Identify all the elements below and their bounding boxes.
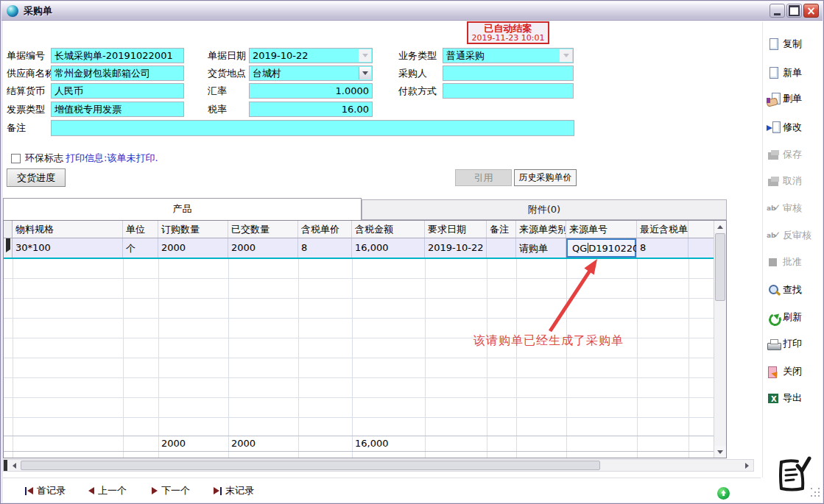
column-header-remark[interactable]: 备注 (487, 221, 516, 238)
cell-spec[interactable]: 30*100 (13, 238, 123, 258)
next-record-label: 下一个 (161, 484, 190, 497)
scroll-right-icon[interactable] (741, 460, 753, 471)
horizontal-scrollbar[interactable] (3, 459, 754, 472)
column-header-source-no[interactable]: 来源单号 (566, 221, 637, 238)
cell-amount[interactable]: 16,000 (352, 238, 425, 258)
currency-label: 结算货币 (7, 83, 45, 99)
print-icon (767, 337, 781, 351)
cell-delivered[interactable]: 2000 (228, 238, 298, 258)
last-record-button[interactable]: 末记录 (214, 484, 254, 497)
close-button[interactable] (803, 4, 819, 18)
horizontal-scrollbar-thumb[interactable] (21, 461, 600, 470)
first-record-button[interactable]: 首记录 (25, 484, 66, 497)
refresh-icon (767, 310, 781, 324)
next-record-button[interactable]: 下一个 (152, 484, 190, 497)
scroll-down-icon[interactable] (714, 446, 726, 458)
column-header-delivered[interactable]: 已交数量 (228, 221, 298, 238)
purchaser-input[interactable] (443, 65, 574, 81)
sidebar-button-audit[interactable]: 审核 (767, 199, 824, 217)
sidebar-button-search[interactable]: 查找 (767, 281, 824, 299)
column-header-date[interactable]: 要求日期 (425, 221, 487, 238)
cell-latest-price[interactable]: 8 (637, 238, 689, 258)
column-header-source-type[interactable]: 来源单类别 (516, 221, 566, 238)
new-doc-icon (767, 66, 781, 80)
sidebar-button-print[interactable]: 打印 (767, 335, 824, 352)
vertical-scrollbar-thumb[interactable] (715, 233, 725, 301)
sidebar-button-refresh[interactable]: 刷新 (767, 308, 824, 326)
tax-rate-input[interactable]: 16.00 (249, 102, 373, 117)
supplier-input[interactable]: 常州金财包装邮箱公司 (51, 65, 184, 81)
maximize-button[interactable] (786, 4, 802, 18)
row-selector-cell[interactable] (4, 238, 13, 258)
payment-method-input[interactable] (443, 83, 574, 99)
sidebar-button-label: 保存 (783, 148, 802, 161)
cell-remark[interactable] (487, 238, 516, 258)
cell-price[interactable]: 8 (298, 238, 352, 258)
eco-flag-checkbox[interactable] (11, 154, 21, 163)
annotation-text: 该请购单已经生成了采购单 (473, 333, 624, 349)
row-selector-header (4, 221, 13, 238)
sidebar-button-new[interactable]: 新单 (767, 64, 824, 82)
close-form-icon (767, 365, 781, 379)
history-price-button[interactable]: 历史采购单价 (514, 169, 577, 186)
doc-no-input[interactable]: 长城采购单-20191022001 (51, 48, 184, 63)
sidebar-button-approve[interactable]: 批准 (767, 253, 824, 271)
biz-type-value: 普通采购 (446, 50, 485, 61)
sidebar-button-unaudit[interactable]: 反审核 (767, 227, 824, 244)
table-row[interactable]: 30*100 个 2000 2000 8 16,000 2019-10-22 请… (4, 238, 714, 259)
previous-record-button[interactable]: 上一个 (88, 484, 127, 497)
scroll-left-icon[interactable] (8, 460, 20, 471)
sidebar-button-close[interactable]: 关闭 (767, 363, 824, 380)
scroll-up-icon[interactable] (714, 221, 726, 233)
vertical-scrollbar[interactable] (714, 221, 726, 458)
source-no-text-right: D191022001 (588, 243, 637, 254)
delivery-place-combobox[interactable]: 台城村 (249, 65, 373, 81)
purchaser-label: 采购人 (398, 65, 427, 81)
column-header-latest-price[interactable]: 最近含税单价 (637, 221, 689, 238)
print-info-text: 打印信息:该单未打印. (66, 152, 158, 165)
cell-date[interactable]: 2019-10-22 (425, 238, 487, 258)
sidebar-separator (762, 21, 763, 478)
invoice-type-input[interactable]: 增值税专用发票 (51, 102, 184, 117)
column-header-price[interactable]: 含税单价 (298, 221, 352, 238)
cell-qty[interactable]: 2000 (158, 238, 228, 258)
delivery-place-value: 台城村 (253, 68, 281, 79)
first-record-icon (25, 487, 33, 495)
reference-button[interactable]: 引用 (455, 169, 512, 186)
resize-grip[interactable] (811, 488, 821, 498)
sidebar-button-cancel[interactable]: 取消 (767, 172, 824, 190)
sidebar-button-export[interactable]: 导出 (767, 389, 824, 407)
app-orb-icon (7, 5, 18, 17)
minimize-button[interactable] (770, 4, 785, 18)
tab-product[interactable]: 产品 (3, 198, 362, 220)
sidebar-button-modify[interactable]: 修改 (767, 118, 824, 136)
previous-record-icon (88, 487, 94, 494)
delivery-progress-button[interactable]: 交货进度 (7, 168, 66, 187)
sidebar-button-label: 刷新 (783, 310, 802, 324)
exchange-rate-input[interactable]: 1.0000 (249, 83, 373, 99)
splitter-handle[interactable] (4, 460, 7, 471)
column-header-unit[interactable]: 单位 (123, 221, 158, 238)
doc-date-combobox[interactable]: 2019-10-22 (249, 48, 373, 63)
currency-input[interactable]: 人民币 (51, 83, 184, 99)
cell-unit[interactable]: 个 (123, 238, 158, 258)
cell-source-no-selected[interactable]: QGD191022001 (566, 238, 637, 258)
sidebar-button-delete[interactable]: 删单 (767, 90, 824, 107)
sidebar-button-save[interactable]: 保存 (767, 146, 824, 163)
column-header-amount[interactable]: 含税金额 (352, 221, 425, 238)
column-header-qty[interactable]: 订购数量 (158, 221, 228, 238)
cell-source-type[interactable]: 请购单 (516, 238, 566, 258)
status-ok-icon (717, 487, 730, 500)
chevron-down-icon[interactable] (359, 49, 371, 62)
column-header-spec[interactable]: 物料规格 (13, 221, 123, 238)
chevron-down-icon[interactable] (359, 67, 371, 79)
sidebar-button-label: 反审核 (783, 229, 811, 242)
remark-input[interactable] (51, 120, 574, 136)
chevron-down-icon[interactable] (560, 49, 572, 62)
tab-attachment[interactable]: 附件(0) (362, 199, 727, 220)
copy-doc-icon (767, 38, 781, 52)
sidebar-button-label: 复制 (783, 38, 802, 51)
sidebar-button-copy[interactable]: 复制 (767, 35, 824, 53)
search-icon (767, 283, 781, 297)
biz-type-combobox[interactable]: 普通采购 (443, 48, 574, 63)
